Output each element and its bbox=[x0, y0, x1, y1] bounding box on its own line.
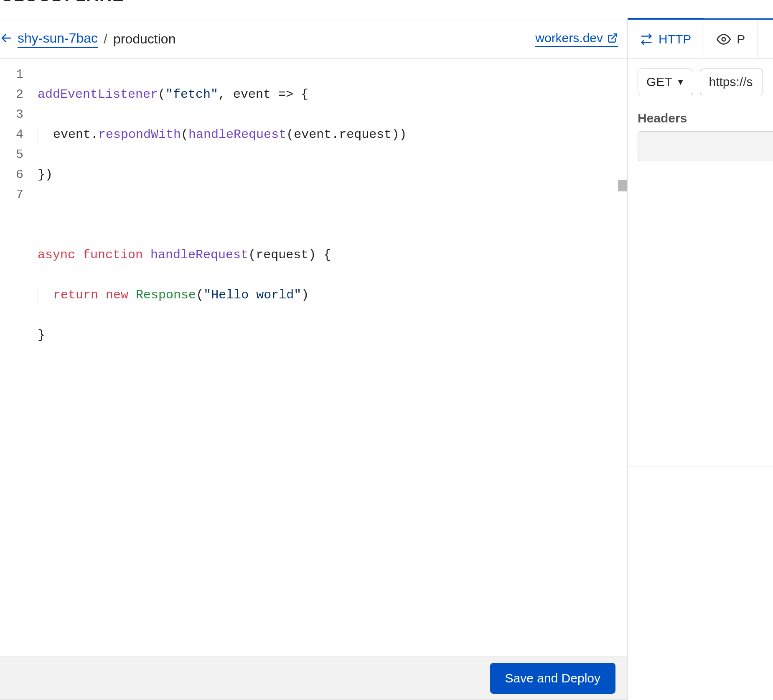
brand-bar: CLOUDFLARE bbox=[0, 0, 773, 20]
headers-label: Headers bbox=[628, 99, 773, 131]
request-row: GET ▼ https://s bbox=[628, 59, 773, 99]
breadcrumb-right: workers.dev bbox=[535, 31, 618, 47]
request-url-input[interactable]: https://s bbox=[700, 69, 763, 95]
http-method-select[interactable]: GET ▼ bbox=[638, 69, 693, 95]
tab-http[interactable]: HTTP bbox=[628, 18, 704, 58]
code-token: new bbox=[106, 288, 128, 302]
eye-icon bbox=[717, 32, 731, 46]
code-token: (event.request)) bbox=[286, 127, 407, 142]
code-token: Response bbox=[136, 288, 196, 302]
breadcrumb-row: shy-sun-7bac / production workers.dev bbox=[0, 20, 627, 59]
line-gutter: 1234567 bbox=[0, 59, 33, 657]
code-token: handleRequest bbox=[188, 127, 286, 142]
http-method-value: GET bbox=[646, 75, 672, 89]
side-pane: HTTP P GET ▼ https://s Headers bbox=[628, 18, 773, 700]
breadcrumb-project-link[interactable]: shy-sun-7bac bbox=[18, 31, 98, 48]
minimap-viewport-indicator[interactable] bbox=[618, 180, 627, 191]
response-area bbox=[628, 466, 773, 700]
code-token: "Hello world" bbox=[203, 288, 301, 302]
code-token: addEventListener bbox=[38, 87, 158, 102]
breadcrumb-environment: production bbox=[113, 31, 175, 47]
breadcrumb: shy-sun-7bac / production bbox=[0, 31, 175, 48]
code-token: (request) { bbox=[248, 248, 331, 262]
workers-dev-link[interactable]: workers.dev bbox=[535, 31, 618, 47]
svg-point-4 bbox=[722, 37, 726, 41]
code-token: respondWith bbox=[98, 127, 181, 142]
svg-line-1 bbox=[612, 34, 617, 39]
code-token: "fetch" bbox=[165, 87, 218, 102]
back-arrow-icon[interactable] bbox=[0, 32, 14, 46]
code-token: handleRequest bbox=[150, 248, 248, 262]
code-token: function bbox=[83, 248, 143, 262]
code-token: }) bbox=[38, 168, 53, 182]
http-arrows-icon bbox=[640, 33, 653, 46]
request-url-value: https://s bbox=[709, 75, 753, 89]
code-token: event. bbox=[38, 127, 98, 142]
tab-http-label: HTTP bbox=[659, 32, 691, 46]
code-token: } bbox=[38, 328, 45, 342]
editor-footer: Save and Deploy bbox=[0, 657, 627, 700]
caret-down-icon: ▼ bbox=[676, 77, 685, 87]
code-area[interactable]: addEventListener("fetch", event => { eve… bbox=[33, 59, 627, 657]
code-token: async bbox=[38, 248, 75, 262]
external-link-icon bbox=[607, 33, 618, 43]
tab-preview[interactable]: P bbox=[704, 20, 758, 58]
breadcrumb-separator: / bbox=[101, 31, 110, 47]
tab-preview-label: P bbox=[737, 32, 745, 46]
code-token: return bbox=[53, 288, 98, 302]
code-token: , event => { bbox=[218, 87, 308, 102]
workers-dev-label: workers.dev bbox=[535, 31, 603, 45]
side-tabs: HTTP P bbox=[628, 20, 773, 59]
headers-input[interactable] bbox=[638, 131, 773, 161]
code-token: ( bbox=[181, 127, 188, 142]
code-editor[interactable]: 1234567 addEventListener("fetch", event … bbox=[0, 59, 627, 657]
save-and-deploy-button[interactable]: Save and Deploy bbox=[490, 663, 616, 694]
editor-pane: shy-sun-7bac / production workers.dev 12… bbox=[0, 20, 628, 700]
workspace: shy-sun-7bac / production workers.dev 12… bbox=[0, 20, 773, 700]
